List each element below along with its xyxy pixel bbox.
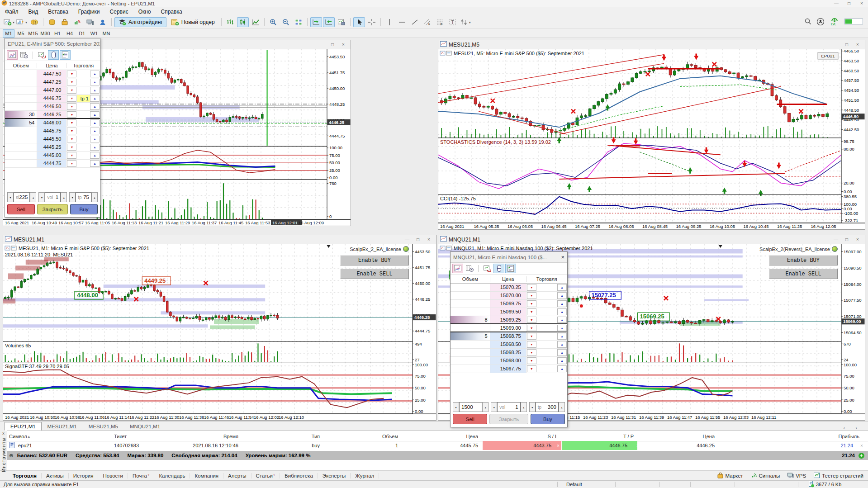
sell-button[interactable]: Sell (453, 414, 487, 424)
dom-price-row[interactable]: 15069.00▾▴ (451, 324, 567, 332)
market-icon[interactable] (59, 17, 71, 27)
toolbox-tab-11[interactable]: Журнал (351, 473, 379, 479)
toolbox-tab-3[interactable]: Новости (98, 473, 128, 479)
shift-icon[interactable] (323, 17, 335, 27)
timeframe-h4[interactable]: H4 (64, 29, 76, 38)
dom-price-row[interactable]: 4445.75▾▴ (5, 127, 100, 135)
sell-arrow-button[interactable]: ▾ (67, 128, 76, 134)
header-4[interactable]: Объем (320, 432, 402, 441)
sell-arrow-button[interactable]: ▾ (527, 357, 536, 364)
linechart-icon[interactable] (250, 17, 261, 27)
dom-price-cell[interactable]: 15069.25 (490, 316, 526, 323)
buy-button[interactable]: Buy (70, 204, 98, 214)
spinner-up-button[interactable]: ▴ (91, 192, 98, 202)
sell-arrow-button[interactable]: ▾ (527, 292, 536, 299)
sell-arrow-button[interactable]: ▾ (527, 333, 536, 340)
cursor-icon[interactable] (353, 17, 365, 27)
buy-arrow-button[interactable]: ▴ (557, 284, 567, 291)
dom-price-row[interactable]: 15070.25▾▴ (451, 284, 567, 292)
spinner-up-button[interactable]: ▴ (521, 402, 527, 412)
buy-arrow-button[interactable]: ▴ (90, 87, 100, 94)
quotes-chart-icon[interactable] (7, 50, 18, 60)
timeframe-m5[interactable]: M5 (15, 29, 27, 38)
buy-arrow-button[interactable]: ▴ (90, 103, 100, 110)
sell-arrow-button[interactable]: ▾ (67, 111, 76, 118)
zoom-out-icon[interactable] (280, 17, 292, 27)
sell-arrow-button[interactable]: ▾ (527, 284, 536, 291)
menu-item[interactable]: Окно (133, 8, 156, 16)
dom-price-cell[interactable]: 4444.75 (37, 160, 66, 167)
vps-icon[interactable] (84, 17, 96, 27)
close-icon[interactable]: × (852, 237, 863, 242)
minimize-icon[interactable]: — (316, 42, 327, 47)
menu-item[interactable]: Графики (73, 8, 105, 16)
dom-price-row[interactable]: 15068.50▾▴ (451, 341, 567, 349)
dom-panel-titlebar[interactable]: EPU21, E-Mini S&P 500: September 2021× (5, 38, 100, 49)
dom-price-cell[interactable]: 15070.00 (490, 292, 526, 299)
dom-price-row[interactable]: 15069.50▾▴ (451, 308, 567, 316)
profiles-icon[interactable]: ▾ (16, 17, 28, 27)
dom-price-cell[interactable]: 15069.00 (490, 324, 526, 332)
buy-arrow-button[interactable]: ▴ (90, 71, 100, 77)
header-7[interactable]: T / P (562, 432, 637, 441)
minimize-icon[interactable]: — (830, 237, 841, 242)
maximize-button[interactable]: □ (843, 1, 855, 6)
textlbl-icon[interactable]: T (447, 17, 459, 27)
enable-buy-button[interactable]: Enable BUY (340, 255, 409, 265)
sell-arrow-button[interactable]: ▾ (67, 160, 76, 167)
dom-price-row[interactable]: 4445.50▾▴ (5, 135, 100, 143)
depth-of-market-icon[interactable] (493, 264, 504, 273)
dom-price-row[interactable]: 15068.00▾▴ (451, 357, 567, 365)
chart-tab-mesu21-m1[interactable]: MESU21,M1 (42, 422, 83, 431)
buy-arrow-button[interactable]: ▴ (90, 79, 100, 85)
header-2[interactable]: Время (161, 432, 242, 441)
funds-icon[interactable] (46, 17, 58, 27)
dom-price-row[interactable]: 15070.00▾▴ (451, 292, 567, 300)
dom-price-row[interactable]: 15067.75▾▴ (451, 365, 567, 373)
close-icon[interactable]: × (338, 42, 349, 47)
autoscroll-icon[interactable] (310, 17, 322, 27)
close-icon[interactable]: x (2, 431, 5, 437)
lvl-icon[interactable]: LVL (829, 17, 840, 27)
dom-price-cell[interactable]: 15068.25 (490, 349, 526, 356)
close-icon[interactable]: × (852, 42, 863, 47)
close-position-button[interactable]: Закрыть (489, 414, 528, 424)
buy-arrow-button[interactable]: ▴ (557, 341, 567, 348)
enable-sell-button[interactable]: Enable SELL (769, 269, 838, 279)
sell-arrow-button[interactable]: ▾ (67, 136, 76, 142)
minimize-icon[interactable]: — (830, 42, 841, 47)
profit-plus-icon[interactable]: + (859, 453, 864, 459)
timeframe-m1[interactable]: M1 (3, 29, 14, 38)
dom-price-cell[interactable]: 4445.75 (37, 127, 66, 135)
dom-price-cell[interactable]: 4447.00 (37, 86, 66, 94)
restore-icon[interactable]: □ (327, 42, 338, 47)
history-icon[interactable] (464, 264, 475, 273)
dom-price-row[interactable]: 15069.75▾▴ (451, 300, 567, 308)
dom-price-cell[interactable]: 4447.25 (37, 78, 66, 86)
dom-price-cell[interactable]: 15068.50 (490, 341, 526, 348)
spinner-down-button[interactable]: ▾ (38, 192, 45, 202)
search-icon[interactable] (804, 18, 812, 27)
buy-arrow-button[interactable]: ▴ (90, 111, 100, 118)
tab-scroll-arrows[interactable]: ‹ › (844, 425, 868, 431)
chart-tab-mesu21-m5[interactable]: MESU21,M5 (83, 422, 124, 431)
chart-canvas-mesu21-m5[interactable]: MESU21, M5: Micro E-mini S&P 500 ($5): S… (438, 49, 865, 229)
header-8[interactable]: Цена (638, 432, 718, 441)
buy-button[interactable]: Buy (531, 414, 565, 424)
close-position-button[interactable]: Закрыть (37, 204, 68, 214)
close-button[interactable]: × (855, 1, 868, 6)
header-6[interactable]: S / L (483, 432, 561, 441)
buy-arrow-button[interactable]: ▴ (557, 317, 567, 323)
status-profile[interactable]: Default (566, 481, 582, 488)
dom-price-row[interactable]: 4447.50▾▴ (5, 70, 100, 78)
sell-arrow-button[interactable]: ▾ (527, 325, 536, 331)
sell-arrow-button[interactable]: ▾ (527, 317, 536, 323)
spinner-value[interactable]: 1500 (459, 402, 482, 412)
remove-tp-icon[interactable]: × (634, 441, 640, 450)
enable-sell-button[interactable]: Enable SELL (340, 269, 409, 279)
dom-price-row[interactable]: 15068.25▾▴ (451, 349, 567, 357)
sell-arrow-button[interactable]: ▾ (67, 71, 76, 77)
buy-arrow-button[interactable]: ▴ (557, 333, 567, 340)
trendline-icon[interactable] (409, 17, 421, 27)
buy-arrow-button[interactable]: ▴ (90, 128, 100, 134)
